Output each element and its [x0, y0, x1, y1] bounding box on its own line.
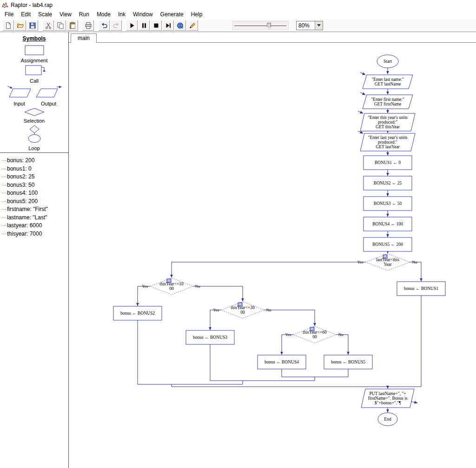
- node-assign-bonus5[interactable]: BONUS5 ← 200: [364, 237, 412, 251]
- node-text: "Enter last name:": [371, 77, 404, 82]
- node-io-firstname[interactable]: "Enter first name:"GET firstName: [360, 92, 413, 109]
- variable-item[interactable]: lastyear: 6000: [1, 222, 68, 230]
- menu-scale[interactable]: Scale: [34, 10, 56, 19]
- variable-text: bonus1: 0: [7, 165, 32, 173]
- play-button[interactable]: [126, 20, 138, 31]
- symbol-input[interactable]: Input: [7, 85, 33, 106]
- step-button[interactable]: [162, 20, 174, 31]
- variable-text: bonus2: 25: [7, 173, 34, 181]
- node-dec-lastyear[interactable]: lastYear<thisYear: [365, 254, 410, 270]
- flow-edge: [336, 335, 348, 355]
- node-set-bonus4[interactable]: bonus ← BONUS4: [258, 355, 306, 369]
- menu-view[interactable]: View: [56, 10, 75, 19]
- node-text: bonus ← BONUS3: [193, 335, 227, 340]
- paste-button[interactable]: [66, 20, 78, 31]
- variable-item[interactable]: bonus4: 100: [1, 189, 68, 198]
- branch-label: No: [412, 260, 417, 264]
- tree-dash: [2, 209, 6, 210]
- zoom-dropdown-button[interactable]: [315, 21, 323, 30]
- node-text: bonus ← BONUS4: [264, 360, 299, 364]
- cut-icon: [45, 22, 52, 29]
- node-text: thisYear<=10: [159, 282, 184, 286]
- node-dec-3000[interactable]: thisYear<=3000: [221, 302, 264, 318]
- pause-button[interactable]: [138, 20, 150, 31]
- zoom-value: 80%: [297, 21, 315, 30]
- menu-file[interactable]: File: [1, 10, 17, 19]
- node-assign-bonus1[interactable]: BONUS1 ← 0: [364, 156, 412, 170]
- tab-main[interactable]: main: [71, 33, 97, 43]
- variables-list: bonus: 200bonus1: 0bonus2: 25bonus3: 50b…: [0, 153, 68, 468]
- node-set-bonus3[interactable]: bonus ← BONUS3: [186, 330, 234, 344]
- node-io-thisyear[interactable]: "Enter this year's unitsproduced:"GET th…: [358, 111, 415, 131]
- main-region: Symbols Assignment Call: [0, 32, 476, 468]
- print-button[interactable]: [82, 20, 94, 31]
- variable-item[interactable]: firstname: "First": [1, 205, 68, 214]
- variable-item[interactable]: bonus2: 25: [1, 173, 68, 181]
- node-dec-6000[interactable]: thisYear<=6000: [293, 326, 336, 343]
- new-button[interactable]: [2, 20, 14, 31]
- branch-label: Yes: [285, 332, 291, 337]
- menu-ink[interactable]: Ink: [114, 10, 129, 19]
- node-assign-bonus4[interactable]: BONUS4 ← 100: [364, 217, 412, 231]
- symbol-label: Selection: [0, 118, 68, 124]
- node-text: Start: [383, 59, 392, 64]
- node-end[interactable]: End: [378, 413, 397, 426]
- symbol-assignment[interactable]: Assignment: [0, 45, 68, 63]
- node-text: 00: [240, 310, 245, 315]
- toolbar: 80%: [0, 19, 476, 32]
- menu-help[interactable]: Help: [187, 10, 206, 19]
- variable-item[interactable]: bonus5: 200: [1, 198, 68, 206]
- node-set-bonus2[interactable]: bonus ← BONUS2: [113, 306, 162, 320]
- flowchart-canvas[interactable]: Start"Enter last name:"GET lastName"Ente…: [69, 43, 476, 468]
- menu-generate[interactable]: Generate: [157, 10, 187, 19]
- menu-edit[interactable]: Edit: [17, 10, 34, 19]
- node-start[interactable]: Start: [377, 55, 398, 68]
- node-io-lastyear[interactable]: "Enter last year's unitsproduced:"GET la…: [358, 131, 415, 151]
- node-dec-1000[interactable]: thisYear<=1000: [150, 278, 193, 295]
- node-set-bonus5[interactable]: bonus ← BONUS5: [324, 355, 372, 369]
- run-to-button[interactable]: [174, 20, 186, 31]
- pen-button[interactable]: [186, 20, 198, 31]
- save-button[interactable]: [26, 20, 38, 31]
- symbol-label: Output: [35, 101, 62, 106]
- menu-run[interactable]: Run: [75, 10, 93, 19]
- cut-button[interactable]: [42, 20, 54, 31]
- chevron-down-icon: [317, 24, 321, 26]
- variable-text: bonus4: 100: [7, 189, 38, 198]
- undo-button[interactable]: [98, 20, 110, 31]
- open-button[interactable]: [14, 20, 26, 31]
- node-assign-bonus3[interactable]: BONUS3 ← 50: [364, 197, 412, 211]
- node-text: firstName+". Bonus is: [368, 396, 408, 401]
- node-set-bonus1[interactable]: bonus ← BONUS1: [397, 282, 445, 296]
- copy-button[interactable]: [54, 20, 66, 31]
- variable-item[interactable]: lastname: "Last": [1, 214, 68, 222]
- branch-label: No: [338, 332, 344, 337]
- menu-mode[interactable]: Mode: [93, 10, 114, 19]
- flowchart: Start"Enter last name:"GET lastName"Ente…: [69, 43, 476, 468]
- symbol-selection[interactable]: Selection: [0, 108, 68, 124]
- variable-item[interactable]: thisyear: 7000: [1, 230, 68, 238]
- redo-button: [110, 20, 122, 31]
- node-text: End: [384, 417, 391, 422]
- slider-thumb[interactable]: [267, 23, 271, 29]
- variable-text: lastname: "Last": [7, 214, 47, 222]
- assignment-icon: [24, 45, 45, 56]
- menu-window[interactable]: Window: [129, 10, 157, 19]
- symbol-loop[interactable]: Loop: [0, 125, 68, 151]
- node-io-lastname[interactable]: "Enter last name:"GET lastName: [360, 73, 413, 89]
- zoom-combo[interactable]: 80%: [296, 21, 323, 30]
- symbol-call[interactable]: Call: [0, 65, 68, 84]
- speed-slider[interactable]: [232, 21, 289, 30]
- variable-item[interactable]: bonus: 200: [1, 157, 68, 165]
- symbol-output[interactable]: Output: [35, 85, 62, 106]
- branch-label: Yes: [142, 284, 148, 289]
- branch-label: No: [195, 284, 200, 289]
- branch-label: Yes: [357, 260, 364, 264]
- variable-item[interactable]: bonus1: 0: [1, 165, 68, 173]
- node-put-output[interactable]: PUT lastName+", "+firstName+". Bonus is$…: [361, 389, 417, 408]
- variable-item[interactable]: bonus3: 50: [1, 181, 68, 190]
- stop-button[interactable]: [150, 20, 162, 31]
- node-text: thisYear<=30: [231, 305, 255, 310]
- node-text: produced:": [378, 120, 397, 125]
- node-assign-bonus2[interactable]: BONUS2 ← 25: [364, 176, 412, 190]
